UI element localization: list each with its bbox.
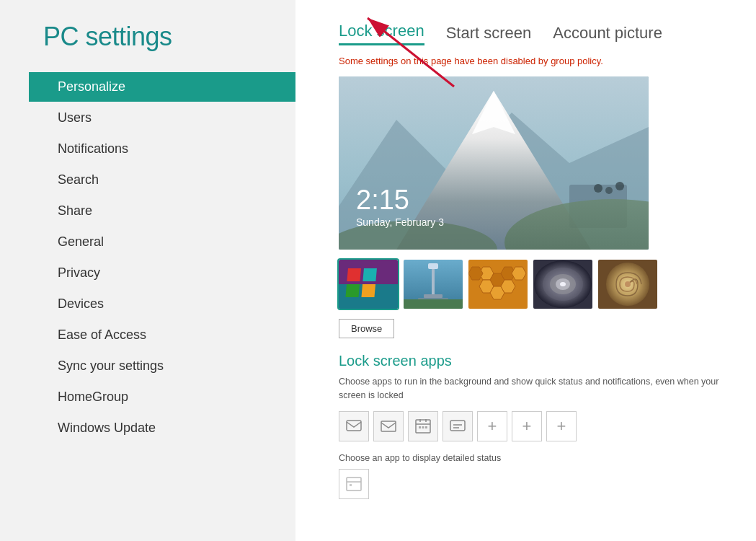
svg-rect-50 [419,426,421,428]
lockscreen-preview: 2:15 Sunday, February 3 [339,76,649,250]
app-title: PC settings [43,22,295,52]
lockscreen-time-overlay: 2:15 Sunday, February 3 [356,186,444,228]
sidebar-item-search[interactable]: Search [43,165,295,195]
svg-marker-34 [512,267,526,280]
svg-point-10 [605,187,613,194]
svg-rect-53 [450,421,465,431]
thumbnail-row [339,260,727,309]
sidebar: PC settings Personalize Users Notificati… [0,0,295,541]
svg-point-43 [625,281,631,287]
tab-start-screen[interactable]: Start screen [446,24,532,45]
svg-rect-56 [347,478,361,491]
svg-rect-51 [422,426,424,428]
svg-point-40 [560,282,566,286]
app-icon-mail[interactable] [373,411,404,441]
lock-screen-apps-title: Lock screen apps [339,353,727,369]
tab-lock-screen[interactable]: Lock screen [339,22,424,45]
sidebar-item-devices[interactable]: Devices [43,289,295,319]
app-add-button-1[interactable]: + [477,411,507,441]
app-add-button-2[interactable]: + [512,411,542,441]
svg-rect-45 [381,421,396,431]
lock-date: Sunday, February 3 [356,216,444,228]
svg-point-11 [615,182,624,190]
thumb-windows-logo[interactable] [339,260,398,309]
app-icon-messaging[interactable] [339,411,369,441]
sidebar-item-notifications[interactable]: Notifications [43,134,295,164]
warning-message: Some settings on this page have been dis… [339,56,727,66]
detailed-status-row [339,469,727,499]
sidebar-item-users[interactable]: Users [43,103,295,133]
browse-button[interactable]: Browse [339,319,394,338]
svg-marker-33 [468,267,483,280]
svg-rect-20 [432,269,435,294]
svg-point-9 [594,184,602,193]
lock-screen-apps-desc: Choose apps to run in the background and… [339,375,727,403]
sidebar-item-privacy[interactable]: Privacy [43,258,295,288]
sidebar-item-ease-of-access[interactable]: Ease of Access [43,320,295,350]
svg-rect-21 [424,294,443,298]
svg-rect-15 [363,268,377,281]
lock-screen-apps-row: + + + [339,411,727,441]
svg-rect-14 [347,268,361,281]
detailed-status-app-slot[interactable] [339,469,369,499]
thumb-tunnel[interactable] [533,260,592,309]
detailed-status-label: Choose an app to display detailed status [339,453,727,463]
svg-rect-44 [347,421,361,431]
svg-marker-32 [501,280,515,293]
svg-rect-17 [361,284,375,297]
tab-account-picture[interactable]: Account picture [553,24,662,45]
sidebar-item-homegroup[interactable]: HomeGroup [43,382,295,412]
svg-rect-25 [404,299,463,309]
thumb-spiral[interactable] [598,260,657,309]
lock-time: 2:15 [356,186,444,214]
tabs: Lock screen Start screen Account picture [339,22,727,45]
sidebar-item-sync-settings[interactable]: Sync your settings [43,351,295,381]
svg-rect-16 [345,284,360,297]
svg-rect-19 [428,263,438,269]
app-add-button-3[interactable]: + [546,411,577,441]
sidebar-item-personalize[interactable]: Personalize [29,72,295,102]
thumb-space-needle[interactable] [404,260,463,309]
thumb-honeycomb[interactable] [468,260,528,309]
main-content: Lock screen Start screen Account picture… [295,0,756,541]
app-icon-calendar[interactable] [408,411,438,441]
sidebar-item-general[interactable]: General [43,227,295,257]
app-icon-messaging2[interactable] [443,411,473,441]
sidebar-item-windows-update[interactable]: Windows Update [43,413,295,443]
svg-rect-52 [425,426,427,428]
svg-rect-58 [350,484,352,486]
sidebar-item-share[interactable]: Share [43,196,295,226]
